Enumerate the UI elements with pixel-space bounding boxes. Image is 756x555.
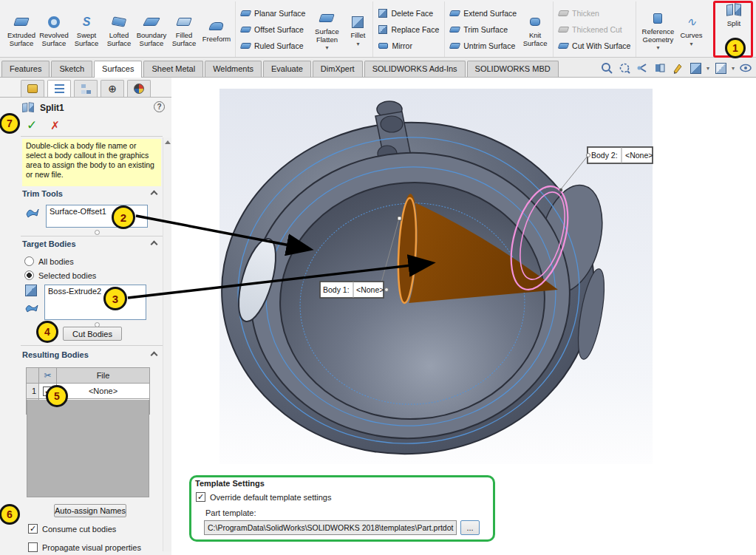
help-icon[interactable]: ? [154,101,165,112]
tab-weldments[interactable]: Weldments [205,61,262,77]
planar-surface-button[interactable]: Planar Surface [238,5,308,21]
all-bodies-option[interactable]: All bodies [24,256,74,266]
display-style-caret-icon[interactable]: ▾ [706,65,709,72]
resize-handle[interactable] [95,230,100,235]
view-orientation-caret-icon[interactable]: ▾ [732,65,735,72]
collapse-icon[interactable] [151,240,158,248]
display-manager-icon [134,84,144,94]
part-template-path-field[interactable]: C:\ProgramData\SolidWorks\SOLIDWORKS 201… [204,520,457,535]
body1-value[interactable]: <None> [356,285,384,294]
extend-surface-button[interactable]: Extend Surface [447,5,520,21]
mirror-button[interactable]: Mirror [375,38,442,53]
resulting-bodies-header[interactable]: Resulting Bodies [22,350,160,359]
reference-geometry-button[interactable]: Reference Geometry ▾ [638,7,677,52]
panel-scrollbar[interactable] [163,137,171,551]
body2-value[interactable]: <None> [625,151,653,160]
row1-file-cell[interactable]: <None> [57,384,150,399]
reference-geometry-caret-icon[interactable]: ▾ [656,45,659,51]
view-orientation-icon[interactable] [714,61,727,75]
hide-show-items-icon[interactable] [739,61,752,75]
override-checkbox[interactable]: ✓ [196,492,205,502]
zoom-to-fit-icon[interactable] [600,61,613,75]
cut-with-surface-button[interactable]: Cut With Surface [556,38,633,53]
file-column-header: File [57,368,150,384]
revolved-surface-button[interactable]: Revolved Surface [38,11,70,48]
tab-sheet-metal[interactable]: Sheet Metal [143,61,203,77]
divider [0,97,171,98]
display-manager-tab[interactable] [127,80,151,97]
offset-surface-button[interactable]: Offset Surface [238,21,308,37]
surface-create-group: Extruded Surface Revolved Surface S Swep… [3,1,236,57]
browse-button[interactable]: ... [460,520,480,535]
extruded-surface-button[interactable]: Extruded Surface [5,11,38,48]
radio-icon[interactable] [24,256,34,266]
surface-modify-group: Planar Surface Offset Surface Ruled Surf… [236,1,373,57]
tab-features[interactable]: Features [1,61,50,77]
freeform-button[interactable]: Freeform [200,15,233,44]
info-message: Double-click a body file name or select … [22,139,161,186]
tab-sketch[interactable]: Sketch [51,61,92,77]
surface-flatten-caret-icon[interactable]: ▾ [325,45,328,51]
callout-handle[interactable] [385,288,389,292]
replace-face-button[interactable]: Replace Face [375,21,442,37]
tab-surfaces[interactable]: Surfaces [94,61,142,78]
selected-bodies-option[interactable]: Selected bodies [24,270,96,280]
radio-selected-icon[interactable] [24,270,34,280]
tab-solidworks-addins[interactable]: SOLIDWORKS Add-Ins [364,61,466,77]
target-bodies-selection-box[interactable]: Boss-Extrude2 [44,285,146,320]
split-button[interactable]: Split [718,4,750,27]
property-manager-panel: ⊕ Split1 ? ✓ ✗ Double-click a body file … [0,78,171,555]
thickened-cut-label: Thickened Cut [572,25,622,34]
annotation-2: 2 [112,205,135,229]
table-row[interactable]: 1 ✓ <None> [27,384,150,399]
callout-handle[interactable] [587,154,590,157]
cancel-button[interactable]: ✗ [50,119,60,132]
target-bodies-header[interactable]: Target Bodies [22,239,160,248]
swept-surface-button[interactable]: S Swept Surface [70,11,103,48]
delete-face-button[interactable]: Delete Face [375,5,442,21]
edit-appearance-icon[interactable] [671,61,684,75]
curves-caret-icon[interactable]: ▾ [689,41,692,47]
section-view-icon[interactable] [653,61,667,75]
override-template-option[interactable]: ✓ Override default template settings [196,492,331,502]
zoom-to-area-icon[interactable] [618,61,631,75]
tab-evaluate[interactable]: Evaluate [263,61,311,77]
scroll-up-icon[interactable] [165,140,171,144]
previous-view-icon[interactable] [636,61,649,75]
delete-face-icon [378,9,387,18]
propagate-checkbox[interactable] [28,542,38,552]
trim-surface-button[interactable]: Trim Surface [447,21,520,37]
fillet-caret-icon[interactable]: ▾ [356,41,359,47]
surface-flatten-button[interactable]: Surface Flatten ▾ [308,7,345,52]
ruled-surface-button[interactable]: Ruled Surface [238,38,308,53]
target-body-value: Boss-Extrude2 [48,287,101,296]
delete-face-label: Delete Face [391,9,433,18]
display-style-icon[interactable] [689,61,702,75]
collapse-icon[interactable] [151,190,158,197]
configuration-manager-tab[interactable] [74,80,98,97]
consume-cut-bodies-option[interactable]: ✓ Consume cut bodies [28,524,116,534]
body2-label: Body 2: [591,151,618,160]
consume-checkbox[interactable]: ✓ [28,524,38,534]
trim-tools-header[interactable]: Trim Tools [22,189,160,198]
tab-dimxpert[interactable]: DimXpert [313,61,363,77]
dimxpert-manager-tab[interactable]: ⊕ [101,80,124,97]
curves-button[interactable]: ∿ Curves ▾ [677,11,705,47]
lofted-surface-button[interactable]: Lofted Surface [103,11,135,48]
feature-manager-tab[interactable] [21,80,44,97]
untrim-surface-button[interactable]: Untrim Surface [447,38,520,53]
auto-assign-names-button[interactable]: Auto-assign Names [54,504,126,517]
surface-body-icon [25,302,38,313]
tab-solidworks-mbd[interactable]: SOLIDWORKS MBD [467,61,559,77]
ok-button[interactable]: ✓ [27,118,37,133]
boundary-surface-button[interactable]: Boundary Surface [135,11,168,48]
property-manager-tab[interactable] [47,80,71,97]
propagate-visual-properties-option[interactable]: Propagate visual properties [28,542,141,552]
revolved-surface-label: Revolved Surface [39,32,69,48]
knit-surface-button[interactable]: Knit Surface [520,11,551,48]
fillet-button[interactable]: Fillet ▾ [345,11,370,47]
cut-bodies-button[interactable]: Cut Bodies [63,327,122,341]
thickened-cut-button: Thickened Cut [556,21,633,37]
filled-surface-button[interactable]: Filled Surface [168,11,200,48]
collapse-icon[interactable] [151,351,158,358]
